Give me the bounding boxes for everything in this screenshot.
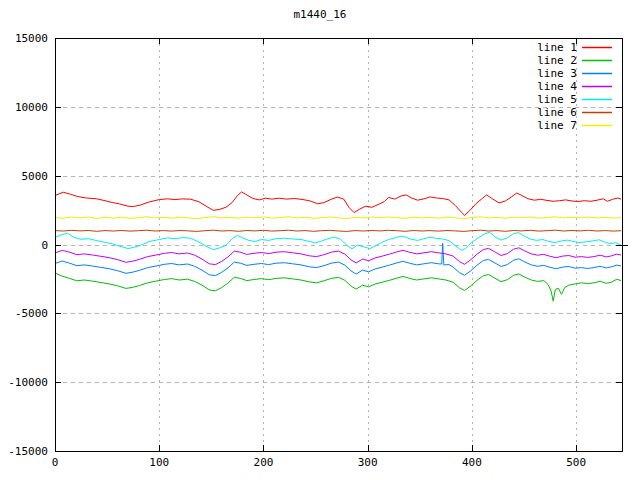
- plot-canvas: 0100200300400500-15000-10000-50000500010…: [0, 0, 640, 480]
- x-tick-label: 100: [149, 456, 169, 469]
- y-tick-label: -5000: [15, 307, 48, 320]
- legend-label: line 4: [537, 80, 577, 93]
- legend-label: line 6: [537, 106, 577, 119]
- x-tick-label: 300: [358, 456, 378, 469]
- legend-label: line 7: [537, 119, 577, 132]
- y-tick-label: 10000: [15, 101, 48, 114]
- series-line-2: [55, 273, 621, 301]
- y-tick-label: -15000: [8, 445, 48, 458]
- legend-label: line 3: [537, 67, 577, 80]
- y-tick-label: -10000: [8, 376, 48, 389]
- legend-label: line 1: [537, 41, 577, 54]
- gnuplot-window: m1440_16 0100200300400500-15000-10000-50…: [0, 0, 640, 480]
- x-tick-label: 500: [566, 456, 586, 469]
- series-line-1: [55, 192, 621, 215]
- series-line-5: [55, 232, 621, 250]
- series-line-7: [55, 217, 621, 219]
- series-line-6: [55, 230, 621, 231]
- y-tick-label: 5000: [22, 170, 49, 183]
- x-tick-label: 400: [462, 456, 482, 469]
- legend-label: line 2: [537, 54, 577, 67]
- legend-label: line 5: [537, 93, 577, 106]
- legend: line 1line 2line 3line 4line 5line 6line…: [537, 41, 612, 132]
- y-tick-label: 0: [41, 239, 48, 252]
- y-tick-label: 15000: [15, 32, 48, 45]
- x-tick-label: 200: [254, 456, 274, 469]
- x-tick-label: 0: [52, 456, 59, 469]
